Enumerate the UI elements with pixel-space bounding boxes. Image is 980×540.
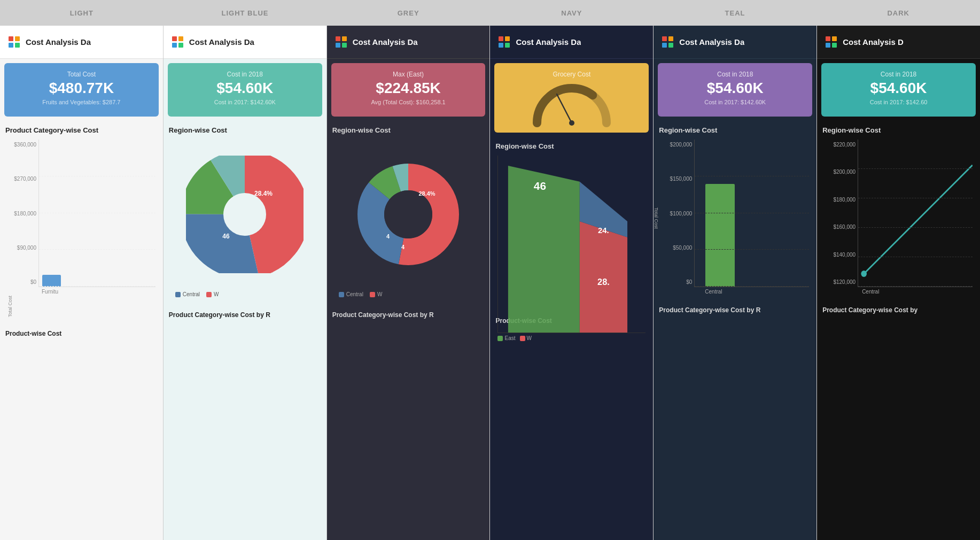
kpi-value-lightblue: $54.60K [176,80,314,97]
logo-sq-green [668,43,673,48]
svg-text:4: 4 [386,233,390,240]
theme-label-teal: TEAL [654,9,817,17]
logo-sq-red [499,36,503,41]
line-chart-dark-wrapper: $220,000 $200,000 $180,000 $160,000 $140… [825,140,973,295]
kpi-navy: Grocery Cost $347.84K [494,63,649,133]
logo-sq-orange [668,36,673,41]
logo-sq-orange [505,36,510,41]
bar-chart-light [38,140,155,287]
kpi-sub-teal: Cost in 2017: $142.60K [666,99,804,105]
line-svg-dark [858,140,973,287]
section-title-grey: Region-wise Cost [327,121,490,136]
theme-label-grey: GREY [326,9,490,17]
logo-sq-orange [15,36,20,41]
kpi-value-teal: $54.60K [666,80,804,97]
kpi-label-grey: Max (East) [340,71,477,78]
pie-lightblue: 28.4% 46 [171,140,319,289]
x-label-light: Furnitu [38,287,155,295]
chart-dark: $220,000 $200,000 $180,000 $160,000 $140… [821,136,976,298]
kpi-sub-light: Fruits and Vegetables: $287.7 [13,99,150,105]
theme-label-lightblue: LIGHT BLUE [164,9,327,17]
legend-lightblue: Central W [171,289,319,299]
section-title-lightblue: Region-wise Cost [164,121,326,136]
chart-navy: 46 28. 24. East W [494,152,649,308]
chart-grey: 28.4% 4 4 Central W [331,136,486,303]
kpi-sub-grey: Avg (Total Cost): $160,258.1 [340,99,477,105]
chart-teal: $200,000 $150,000 $100,000 $50,000 $0 [658,136,812,298]
gauge-wrapper-navy: $347.84K [503,80,640,128]
y-axis-title-light: Total Cost [7,295,155,318]
kpi-value-light: $480.77K [13,80,150,97]
theme-label-light: LIGHT [0,9,164,17]
header-light: Cost Analysis Da [0,26,163,59]
kpi-label-dark: Cost in 2018 [830,71,967,78]
kpi-sub-lightblue: Cost in 2017: $142.60K [176,99,314,105]
donut-svg-grey: 28.4% 4 4 [349,156,467,273]
title-lightblue: Cost Analysis Da [189,37,254,47]
svg-text:46: 46 [223,233,230,240]
bars-area-teal [694,140,809,287]
svg-line-14 [557,94,572,123]
svg-text:28.: 28. [598,277,610,287]
header-navy: Cost Analysis Da [490,26,653,59]
kpi-grey: Max (East) $224.85K Avg (Total Cost): $1… [331,63,486,117]
bar-light-1 [42,275,61,287]
logo-dark [826,36,837,48]
bar-chart-teal: Central [694,140,809,295]
chart-lightblue: 28.4% 46 Central W [168,136,322,303]
section-title-light: Product Category-wise Cost [0,121,163,136]
kpi-value-dark: $54.60K [830,80,967,97]
chart-light: $360,000 $270,000 $180,000 $90,000 $0 [4,136,159,321]
header-grey: Cost Analysis Da [327,26,490,59]
svg-point-15 [569,120,574,126]
line-area-dark [858,140,973,287]
bar-teal-1 [705,184,735,287]
kpi-teal: Cost in 2018 $54.60K Cost in 2017: $142.… [658,63,812,117]
line-chart-dark: Central [858,140,973,295]
y-axis-dark: $220,000 $200,000 $180,000 $160,000 $140… [825,140,858,295]
logo-sq-green [832,43,837,48]
header-lightblue: Cost Analysis Da [164,26,326,59]
kpi-label-lightblue: Cost in 2018 [176,71,314,78]
logo-sq-red [172,36,177,41]
svg-text:28.4%: 28.4% [418,190,435,197]
section-title-dark: Region-wise Cost [817,121,980,136]
logo-sq-green [15,43,20,48]
logo-sq-blue [336,43,340,48]
logo-sq-red [336,36,340,41]
title-teal: Cost Analysis Da [679,37,744,47]
kpi-lightblue: Cost in 2018 $54.60K Cost in 2017: $142.… [168,63,322,117]
logo-sq-green [178,43,183,48]
panel-navy: Cost Analysis Da Grocery Cost $347.84K R… [489,26,653,540]
theme-label-dark: DARK [816,9,980,17]
section-title-navy: Region-wise Cost [490,137,653,152]
bottom-title-light: Product-wise Cost [0,326,163,340]
mekko-area-navy: 46 28. 24. [497,156,645,333]
kpi-dark: Cost in 2018 $54.60K Cost in 2017: $142.… [821,63,976,117]
title-light: Cost Analysis Da [26,37,91,47]
logo-sq-red [826,36,830,41]
theme-labels-bar: LIGHT LIGHT BLUE GREY NAVY TEAL DARK [0,0,980,26]
bottom-title-lightblue: Product Category-wise Cost by R [164,307,326,321]
legend-grey: Central W [335,289,483,299]
y-axis-light: $360,000 $270,000 $180,000 $90,000 $0 [7,140,38,295]
donut-grey: 28.4% 4 4 [335,140,483,289]
gauge-svg-navy: $347.84K [529,80,615,128]
logo-grey [336,36,347,48]
logo-sq-orange [342,36,347,41]
logo-sq-green [342,43,347,48]
dashboards-row: Cost Analysis Da Total Cost $480.77K Fru… [0,26,980,540]
title-dark: Cost Analysis D [843,37,904,47]
mekko-svg-navy: 46 28. 24. [500,158,643,333]
kpi-label-light: Total Cost [13,71,150,78]
kpi-light: Total Cost $480.77K Fruits and Vegetable… [4,63,159,117]
svg-text:4: 4 [401,244,405,250]
kpi-sub-dark: Cost in 2017: $142.60 [830,99,967,105]
bottom-title-grey: Product Category-wise Cost by R [327,307,490,321]
logo-sq-blue [499,43,503,48]
title-navy: Cost Analysis Da [516,37,581,47]
logo-lightblue [172,36,184,48]
bottom-title-dark: Product Category-wise Cost by [817,302,980,316]
svg-text:28.4%: 28.4% [254,190,273,197]
panel-dark: Cost Analysis D Cost in 2018 $54.60K Cos… [816,26,980,540]
